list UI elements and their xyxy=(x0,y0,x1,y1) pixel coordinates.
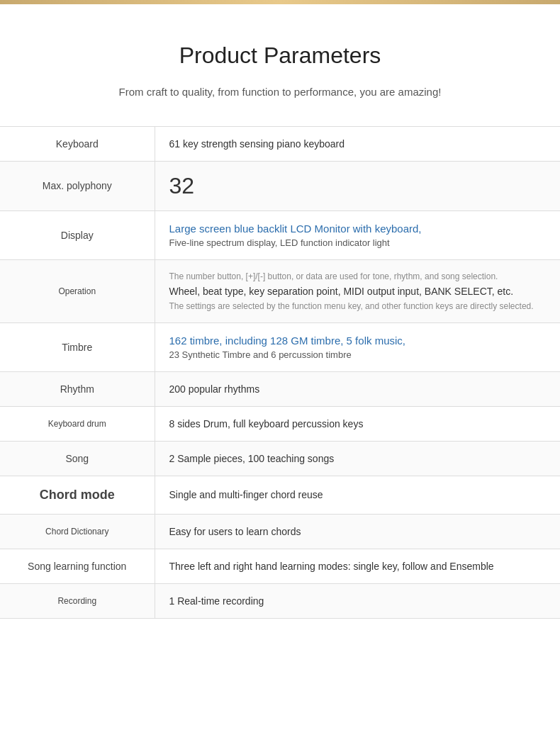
value-line2: Five-line spectrum display, LED function… xyxy=(169,237,547,248)
row-label: Chord Dictionary xyxy=(0,514,155,549)
value-line2: Wheel, beat type, key separation point, … xyxy=(169,286,547,297)
page-subtitle: From craft to quality, from function to … xyxy=(14,86,546,98)
table-row: Chord DictionaryEasy for users to learn … xyxy=(0,514,560,549)
row-label: Recording xyxy=(0,583,155,618)
row-value: 1 Real-time recording xyxy=(155,583,560,618)
table-row: Keyboard61 key strength sensing piano ke… xyxy=(0,127,560,162)
value-line1: The number button, [+]/[-] button, or da… xyxy=(169,271,547,281)
row-value: 61 key strength sensing piano keyboard xyxy=(155,127,560,162)
row-label: Rhythm xyxy=(0,371,155,406)
value-line3: The settings are selected by the functio… xyxy=(169,301,547,311)
row-label: Operation xyxy=(0,259,155,322)
page-title: Product Parameters xyxy=(14,40,546,72)
row-label: Chord mode xyxy=(0,476,155,514)
table-row: Timbre162 timbre, including 128 GM timbr… xyxy=(0,322,560,371)
big-number: 32 xyxy=(169,173,195,198)
row-value: 200 popular rhythms xyxy=(155,371,560,406)
value-line2: 23 Synthetic Timbre and 6 percussion tim… xyxy=(169,349,547,360)
row-label: Timbre xyxy=(0,322,155,371)
table-row: Song learning functionThree left and rig… xyxy=(0,549,560,583)
table-row: Song2 Sample pieces, 100 teaching songs xyxy=(0,441,560,476)
row-label: Display xyxy=(0,210,155,259)
table-row: Max. polyphony32 xyxy=(0,161,560,210)
table-row: DisplayLarge screen blue backlit LCD Mon… xyxy=(0,210,560,259)
table-row: Rhythm200 popular rhythms xyxy=(0,371,560,406)
row-value: Easy for users to learn chords xyxy=(155,514,560,549)
header-section: Product Parameters From craft to quality… xyxy=(0,4,560,126)
row-value: 8 sides Drum, full keyboard percussion k… xyxy=(155,406,560,441)
row-label: Keyboard xyxy=(0,127,155,162)
table-row: Keyboard drum8 sides Drum, full keyboard… xyxy=(0,406,560,441)
params-table: Keyboard61 key strength sensing piano ke… xyxy=(0,127,560,619)
table-row: Chord modeSingle and multi-finger chord … xyxy=(0,476,560,514)
row-value: 32 xyxy=(155,161,560,210)
row-value: 162 timbre, including 128 GM timbre, 5 f… xyxy=(155,322,560,371)
row-label: Song xyxy=(0,441,155,476)
table-row: Recording1 Real-time recording xyxy=(0,583,560,618)
row-label: Keyboard drum xyxy=(0,406,155,441)
row-value: Single and multi-finger chord reuse xyxy=(155,476,560,514)
value-line1: Large screen blue backlit LCD Monitor wi… xyxy=(169,223,547,235)
row-label: Song learning function xyxy=(0,549,155,583)
row-value: The number button, [+]/[-] button, or da… xyxy=(155,259,560,322)
row-value: Large screen blue backlit LCD Monitor wi… xyxy=(155,210,560,259)
table-row: OperationThe number button, [+]/[-] butt… xyxy=(0,259,560,322)
value-line1: 162 timbre, including 128 GM timbre, 5 f… xyxy=(169,335,547,347)
row-value: Three left and right hand learning modes… xyxy=(155,549,560,583)
row-value: 2 Sample pieces, 100 teaching songs xyxy=(155,441,560,476)
row-label: Max. polyphony xyxy=(0,161,155,210)
